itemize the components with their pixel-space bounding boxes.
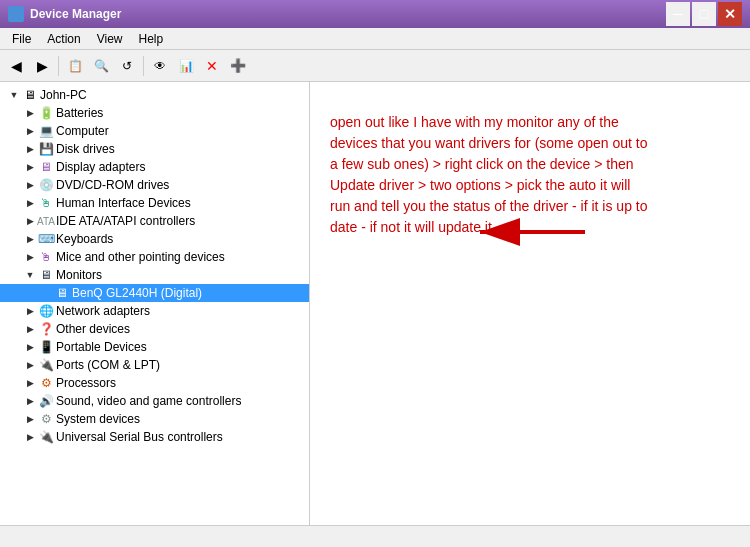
menu-file[interactable]: File [4, 30, 39, 48]
disk-expand: ▶ [22, 141, 38, 157]
batteries-expand: ▶ [22, 105, 38, 121]
batteries-label: Batteries [56, 106, 103, 120]
other-expand: ▶ [22, 321, 38, 337]
driver-update-button[interactable]: ↺ [115, 54, 139, 78]
tree-item-system[interactable]: ▶ ⚙ System devices [0, 410, 309, 428]
tree-item-mice[interactable]: ▶ 🖱 Mice and other pointing devices [0, 248, 309, 266]
menu-view[interactable]: View [89, 30, 131, 48]
dvd-label: DVD/CD-ROM drives [56, 178, 169, 192]
portable-icon: 📱 [38, 339, 54, 355]
keyboards-label: Keyboards [56, 232, 113, 246]
batteries-icon: 🔋 [38, 105, 54, 121]
back-button[interactable]: ◀ [4, 54, 28, 78]
sound-expand: ▶ [22, 393, 38, 409]
tree-item-usb[interactable]: ▶ 🔌 Universal Serial Bus controllers [0, 428, 309, 446]
ide-expand: ▶ [22, 213, 38, 229]
show-hidden-button[interactable]: 👁 [148, 54, 172, 78]
arrow-annotation [470, 217, 590, 250]
title-bar-controls: ─ □ ✕ [666, 2, 742, 26]
hid-expand: ▶ [22, 195, 38, 211]
tree-item-computer[interactable]: ▶ 💻 Computer [0, 122, 309, 140]
computer-icon: 💻 [38, 123, 54, 139]
dvd-icon: 💿 [38, 177, 54, 193]
properties-button[interactable]: 📋 [63, 54, 87, 78]
system-label: System devices [56, 412, 140, 426]
tree-item-portable[interactable]: ▶ 📱 Portable Devices [0, 338, 309, 356]
root-expand-icon: ▼ [6, 87, 22, 103]
keyboards-expand: ▶ [22, 231, 38, 247]
tree-item-keyboards[interactable]: ▶ ⌨ Keyboards [0, 230, 309, 248]
hid-icon: 🖱 [38, 195, 54, 211]
network-icon: 🌐 [38, 303, 54, 319]
sound-label: Sound, video and game controllers [56, 394, 241, 408]
display-icon: 🖥 [38, 159, 54, 175]
toolbar-separator-2 [143, 56, 144, 76]
tree-item-display[interactable]: ▶ 🖥 Display adapters [0, 158, 309, 176]
tree-item-other[interactable]: ▶ ❓ Other devices [0, 320, 309, 338]
other-label: Other devices [56, 322, 130, 336]
processors-label: Processors [56, 376, 116, 390]
root-label: John-PC [40, 88, 87, 102]
ports-expand: ▶ [22, 357, 38, 373]
keyboards-icon: ⌨ [38, 231, 54, 247]
monitors-expand: ▼ [22, 267, 38, 283]
tree-item-monitors[interactable]: ▼ 🖥 Monitors [0, 266, 309, 284]
computer-label: Computer [56, 124, 109, 138]
scan-button[interactable]: 🔍 [89, 54, 113, 78]
hid-label: Human Interface Devices [56, 196, 191, 210]
tree-item-processors[interactable]: ▶ ⚙ Processors [0, 374, 309, 392]
add-button[interactable]: ➕ [226, 54, 250, 78]
tree-item-benq[interactable]: 🖥 BenQ GL2440H (Digital) [0, 284, 309, 302]
forward-button[interactable]: ▶ [30, 54, 54, 78]
root-icon: 🖥 [22, 87, 38, 103]
display-expand: ▶ [22, 159, 38, 175]
close-button[interactable]: ✕ [718, 2, 742, 26]
benq-expand [38, 285, 54, 301]
ports-label: Ports (COM & LPT) [56, 358, 160, 372]
system-icon: ⚙ [38, 411, 54, 427]
minimize-button[interactable]: ─ [666, 2, 690, 26]
usb-icon: 🔌 [38, 429, 54, 445]
mice-label: Mice and other pointing devices [56, 250, 225, 264]
ports-icon: 🔌 [38, 357, 54, 373]
monitors-icon: 🖥 [38, 267, 54, 283]
resources-button[interactable]: 📊 [174, 54, 198, 78]
network-label: Network adapters [56, 304, 150, 318]
window-title: Device Manager [30, 7, 121, 21]
display-label: Display adapters [56, 160, 145, 174]
tree-root[interactable]: ▼ 🖥 John-PC [0, 86, 309, 104]
tree-item-hid[interactable]: ▶ 🖱 Human Interface Devices [0, 194, 309, 212]
other-icon: ❓ [38, 321, 54, 337]
tree-item-batteries[interactable]: ▶ 🔋 Batteries [0, 104, 309, 122]
tree-item-ports[interactable]: ▶ 🔌 Ports (COM & LPT) [0, 356, 309, 374]
sound-icon: 🔊 [38, 393, 54, 409]
app-icon [8, 6, 24, 22]
processors-icon: ⚙ [38, 375, 54, 391]
menu-help[interactable]: Help [131, 30, 172, 48]
menu-bar: File Action View Help [0, 28, 750, 50]
tree-item-sound[interactable]: ▶ 🔊 Sound, video and game controllers [0, 392, 309, 410]
processors-expand: ▶ [22, 375, 38, 391]
dvd-expand: ▶ [22, 177, 38, 193]
status-bar [0, 525, 750, 547]
title-bar: Device Manager ─ □ ✕ [0, 0, 750, 28]
system-expand: ▶ [22, 411, 38, 427]
usb-label: Universal Serial Bus controllers [56, 430, 223, 444]
maximize-button[interactable]: □ [692, 2, 716, 26]
toolbar-separator-1 [58, 56, 59, 76]
tree-item-dvd[interactable]: ▶ 💿 DVD/CD-ROM drives [0, 176, 309, 194]
portable-expand: ▶ [22, 339, 38, 355]
main-content: ▼ 🖥 John-PC ▶ 🔋 Batteries ▶ 💻 Computer ▶… [0, 82, 750, 525]
mice-expand: ▶ [22, 249, 38, 265]
benq-icon: 🖥 [54, 285, 70, 301]
tree-item-ide[interactable]: ▶ ATA IDE ATA/ATAPI controllers [0, 212, 309, 230]
tree-item-network[interactable]: ▶ 🌐 Network adapters [0, 302, 309, 320]
menu-action[interactable]: Action [39, 30, 88, 48]
benq-label: BenQ GL2440H (Digital) [72, 286, 202, 300]
portable-label: Portable Devices [56, 340, 147, 354]
mice-icon: 🖱 [38, 249, 54, 265]
remove-button[interactable]: ✕ [200, 54, 224, 78]
network-expand: ▶ [22, 303, 38, 319]
tree-item-disk[interactable]: ▶ 💾 Disk drives [0, 140, 309, 158]
device-tree[interactable]: ▼ 🖥 John-PC ▶ 🔋 Batteries ▶ 💻 Computer ▶… [0, 82, 310, 525]
